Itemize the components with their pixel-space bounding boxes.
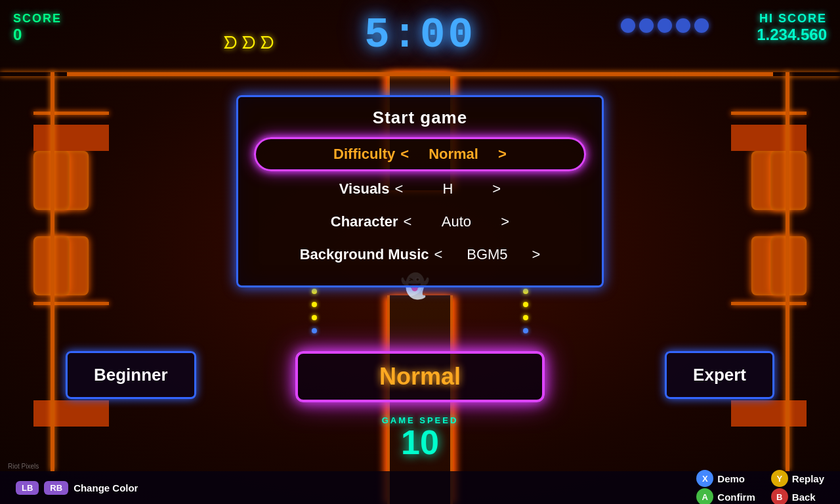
normal-difficulty-selector: Normal — [295, 351, 545, 402]
neon-dot-2 — [312, 302, 317, 307]
a-button[interactable]: A — [696, 488, 713, 504]
change-color-label: Change Color — [74, 482, 138, 494]
hi-score-label: HI SCORE — [759, 12, 827, 26]
y-button[interactable]: Y — [771, 470, 788, 487]
bgm-arrow-left[interactable]: < — [434, 246, 443, 263]
difficulty-label: Difficulty — [333, 146, 395, 163]
b-button-row: B Back — [771, 488, 824, 504]
lb-badge[interactable]: LB — [16, 481, 39, 495]
watermark: Riot Pixels — [8, 463, 39, 470]
life-4 — [676, 18, 690, 33]
a-button-row: A Confirm — [696, 488, 755, 504]
bgm-value: BGM5 — [448, 246, 526, 263]
character-label: Character — [331, 213, 398, 230]
b-label: Back — [792, 492, 816, 503]
b-button[interactable]: B — [771, 488, 788, 504]
yb-controls: Y Replay B Back — [771, 470, 824, 504]
game-speed-block: GAME SPEED 10 — [382, 415, 459, 459]
bgm-row[interactable]: Background Music < BGM5 > — [254, 240, 586, 270]
beginner-button[interactable]: Beginner — [66, 351, 196, 399]
start-game-button[interactable]: Start game — [254, 108, 586, 128]
life-5 — [694, 18, 709, 33]
visuals-row[interactable]: Visuals < H > — [254, 174, 586, 204]
h-block-left-1 — [33, 125, 109, 151]
a-label: Confirm — [717, 492, 755, 503]
game-speed-value: 10 — [382, 425, 459, 459]
score-value: 0 — [13, 26, 22, 44]
neon-dot-7 — [523, 315, 528, 320]
visuals-label: Visuals — [339, 180, 390, 198]
x-label: Demo — [717, 473, 745, 484]
pacman-icon-1: ᗤ — [223, 33, 238, 53]
life-3 — [658, 18, 672, 33]
score-label: SCORE — [13, 12, 62, 26]
h-block-right-1 — [731, 125, 807, 151]
character-value: Auto — [417, 213, 495, 230]
h-block-right-2 — [731, 400, 807, 427]
timer-box: 5:00 — [364, 12, 476, 59]
expert-button[interactable]: Expert — [665, 351, 774, 399]
score-block: SCORE 0 — [13, 12, 62, 44]
y-label: Replay — [792, 473, 824, 484]
h-block-left-2 — [33, 400, 109, 427]
neon-dot-6 — [523, 302, 528, 307]
difficulty-arrow-right[interactable]: > — [498, 146, 507, 163]
neon-dot-4 — [312, 328, 317, 333]
difficulty-value: Normal — [414, 146, 493, 163]
x-button-row: X Demo — [696, 470, 755, 487]
pacman-icon-3: ᗤ — [260, 33, 274, 53]
h-line-right-1 — [731, 112, 807, 115]
maze-right-border — [786, 72, 789, 471]
bottom-left-controls: LB RB Change Color — [16, 481, 138, 495]
difficulty-arrow-left[interactable]: < — [400, 146, 409, 163]
visuals-arrow-left[interactable]: < — [394, 180, 403, 198]
bottom-right-controls: X Demo A Confirm Y Replay B Back — [696, 470, 824, 504]
x-button[interactable]: X — [696, 470, 713, 487]
normal-difficulty-box: Normal — [295, 351, 545, 402]
h-line-left-1 — [33, 112, 109, 115]
visuals-value: H — [408, 180, 487, 198]
xy-controls: X Demo A Confirm — [696, 470, 755, 504]
timer-display: 5:00 — [364, 12, 476, 59]
hi-score-block: HI SCORE 1.234.560 — [757, 12, 827, 44]
pacman-icon-2: ᗤ — [242, 33, 256, 53]
bgm-arrow-right[interactable]: > — [532, 246, 540, 263]
neon-dot-1 — [312, 289, 317, 294]
bottom-bar: LB RB Change Color X Demo A Confirm Y Re… — [0, 471, 840, 504]
visuals-arrow-right[interactable]: > — [492, 180, 501, 198]
difficulty-row[interactable]: Difficulty < Normal > — [254, 137, 586, 171]
life-2 — [639, 18, 654, 33]
bgm-label: Background Music — [300, 246, 429, 263]
neon-dot-3 — [312, 315, 317, 320]
menu-panel: Start game Difficulty < Normal > Visuals… — [236, 95, 604, 287]
character-arrow-right[interactable]: > — [501, 213, 509, 230]
character-row[interactable]: Character < Auto > — [254, 207, 586, 237]
life-1 — [621, 18, 635, 33]
character-arrow-left[interactable]: < — [404, 213, 412, 230]
y-button-row: Y Replay — [771, 470, 824, 487]
hi-score-value: 1.234.560 — [757, 26, 827, 44]
h-line-left-2 — [33, 302, 109, 305]
pacman-icons: ᗤ ᗤ ᗤ — [223, 33, 274, 53]
maze-top-border — [0, 72, 840, 76]
neon-dot-5 — [523, 289, 528, 294]
rb-badge[interactable]: RB — [44, 481, 68, 495]
neon-dot-8 — [523, 328, 528, 333]
normal-difficulty-value: Normal — [379, 363, 461, 390]
maze-left-border — [51, 72, 54, 471]
h-line-right-2 — [731, 302, 807, 305]
lives-bar — [621, 18, 709, 33]
